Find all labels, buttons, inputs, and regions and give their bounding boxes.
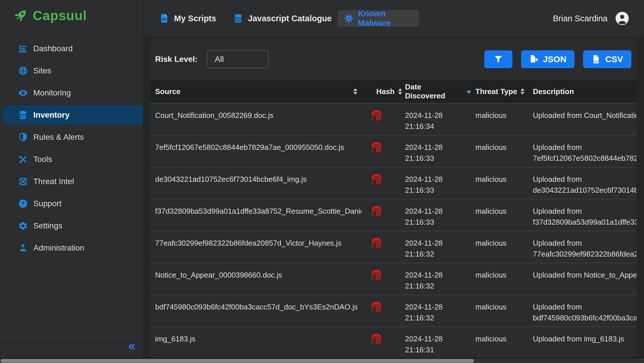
horizontal-scrollbar[interactable]	[0, 358, 644, 363]
svg-text:?: ?	[21, 200, 25, 207]
time-value: 21:16:32	[405, 280, 471, 291]
eye-icon	[18, 88, 28, 98]
time-value: 21:16:34	[405, 121, 471, 132]
column-header-date-discovered[interactable]: Date Discovered	[399, 80, 471, 103]
brand-logo[interactable]: Capsuul	[0, 0, 143, 24]
table-row[interactable]: Notice_to_Appear_0000398660.doc.js 2024-…	[150, 263, 637, 295]
time-value: 21:16:32	[405, 312, 471, 323]
source-cell: img_6183.js	[150, 327, 361, 358]
rocket-icon	[13, 7, 29, 24]
table-body: Court_Notification_00582269.doc.js 2024-…	[150, 103, 637, 358]
fingerprint-icon[interactable]	[370, 204, 383, 217]
tab-label: My Scripts	[174, 14, 216, 23]
description-cell: Uploaded from bdf745980c093b6fc42f00ba3c…	[529, 295, 637, 326]
file-export-icon	[529, 54, 539, 64]
threat-intel-icon	[18, 176, 28, 187]
threat-type-cell: malicious	[471, 104, 529, 135]
column-header-source[interactable]: Source	[150, 80, 361, 103]
date-value: 2024-11-28	[405, 142, 471, 153]
scrollbar-thumb[interactable]	[1, 359, 474, 363]
panel-actions: JSON CSV CSV	[484, 50, 631, 68]
hash-cell	[361, 327, 399, 358]
table-row[interactable]: de3043221ad10752ec6f73014bcbe6f4_img.js …	[150, 167, 637, 199]
virus-icon	[344, 13, 354, 24]
hash-cell	[361, 167, 399, 199]
tab-javascript-catalogue[interactable]: Javascript Catalogue	[233, 0, 332, 37]
fingerprint-icon[interactable]	[370, 236, 383, 249]
description-cell: Uploaded from 77eafc30299ef982322b86fdea…	[529, 231, 637, 263]
column-header-description[interactable]: Description	[529, 80, 637, 103]
threat-type-cell: malicious	[471, 167, 529, 199]
fingerprint-icon[interactable]	[370, 140, 383, 153]
time-value: 21:16:33	[405, 185, 471, 196]
sidebar-item-label: Sites	[33, 66, 51, 75]
date-cell: 2024-11-28 21:16:33	[399, 135, 471, 167]
time-value: 21:16:33	[405, 217, 471, 228]
filter-bar: Risk Level: All JSON	[150, 38, 637, 80]
fingerprint-icon[interactable]	[370, 332, 383, 345]
time-value: 21:16:33	[405, 153, 471, 164]
threat-type-cell: malicious	[471, 327, 529, 358]
sidebar-item-label: Dashboard	[33, 44, 73, 53]
source-cell: Notice_to_Appear_0000398660.doc.js	[150, 263, 361, 295]
source-cell: de3043221ad10752ec6f73014bcbe6f4_img.js	[150, 167, 361, 199]
date-cell: 2024-11-28 21:16:33	[399, 199, 471, 231]
date-cell: 2024-11-28 21:16:31	[399, 327, 471, 358]
table-row[interactable]: Court_Notification_00582269.doc.js 2024-…	[150, 103, 637, 135]
fingerprint-icon[interactable]	[370, 108, 383, 121]
avatar-icon[interactable]	[615, 11, 629, 26]
table-row[interactable]: f37d32809ba53d99a01a1dffe33a8752_Resume_…	[150, 199, 637, 231]
fingerprint-icon[interactable]	[370, 172, 383, 185]
sidebar-item-label: Monitoring	[33, 88, 71, 98]
sidebar-item-threat-intel[interactable]: Threat Intel	[3, 172, 143, 191]
sidebar-item-rules-alerts[interactable]: Rules & Alerts	[3, 128, 143, 147]
sidebar-item-label: Administration	[33, 243, 84, 253]
filter-button[interactable]	[484, 50, 512, 68]
source-cell: Court_Notification_00582269.doc.js	[150, 104, 361, 135]
column-label: Threat Type	[475, 87, 517, 96]
sort-icon[interactable]	[353, 88, 357, 95]
sidebar-item-administration[interactable]: Administration	[3, 238, 143, 257]
risk-level-select[interactable]: All	[207, 50, 269, 68]
export-json-label: JSON	[543, 54, 566, 64]
sidebar-item-inventory[interactable]: Inventory	[3, 106, 143, 125]
table-row[interactable]: img_6183.js 2024-11-28 21:16:31 maliciou…	[150, 326, 637, 358]
export-json-button[interactable]: JSON	[521, 50, 574, 68]
time-value: 21:16:32	[405, 249, 471, 259]
description-cell: Uploaded from de3043221ad10752ec6f73014b…	[529, 167, 637, 199]
tab-label: Javascript Catalogue	[248, 14, 332, 23]
export-csv-button[interactable]: CSV CSV	[583, 50, 631, 68]
sidebar-item-tools[interactable]: Tools	[3, 150, 143, 169]
tab-known-malware[interactable]: Known Malware	[338, 10, 419, 27]
user-menu[interactable]: Brian Scardina	[553, 0, 629, 37]
date-value: 2024-11-28	[405, 270, 471, 280]
description-cell: Uploaded from 7ef5fcf12067e5802c8844eb78…	[529, 135, 637, 167]
hash-cell	[361, 199, 399, 231]
tab-my-scripts[interactable]: My Scripts	[159, 0, 216, 37]
sidebar-item-sites[interactable]: Sites	[3, 61, 143, 80]
sidebar: Capsuul Dashboard Sites	[0, 0, 143, 358]
sidebar-item-monitoring[interactable]: Monitoring	[3, 83, 143, 102]
sort-icon[interactable]	[520, 88, 525, 95]
column-label: Description	[533, 87, 574, 96]
table-row[interactable]: bdf745980c093b6fc42f00ba3cacc57d_doc_bYs…	[150, 295, 637, 326]
column-label: Date Discovered	[405, 83, 463, 100]
column-label: Hash	[376, 87, 395, 96]
globe-icon	[18, 66, 28, 76]
sort-desc-icon[interactable]	[466, 91, 471, 94]
date-value: 2024-11-28	[405, 238, 471, 249]
sidebar-item-support[interactable]: ? Support	[3, 194, 143, 213]
description-cell: Uploaded from Court_Notification_0058226…	[529, 104, 637, 135]
fingerprint-icon[interactable]	[370, 300, 383, 313]
column-header-hash[interactable]: Hash	[361, 80, 399, 103]
app-window: Capsuul Dashboard Sites	[0, 0, 644, 363]
column-header-threat-type[interactable]: Threat Type	[471, 80, 529, 103]
table-row[interactable]: 7ef5fcf12067e5802c8844eb7829a7ae_0009550…	[150, 135, 637, 167]
collapse-sidebar-icon[interactable]: «	[128, 339, 135, 352]
table-row[interactable]: 77eafc30299ef982322b86fdea20857d_Victor_…	[150, 231, 637, 263]
threat-type-cell: malicious	[471, 199, 529, 231]
sidebar-item-settings[interactable]: Settings	[3, 216, 143, 235]
sidebar-item-dashboard[interactable]: Dashboard	[3, 39, 143, 58]
shield-icon	[18, 132, 28, 142]
fingerprint-icon[interactable]	[370, 268, 383, 281]
